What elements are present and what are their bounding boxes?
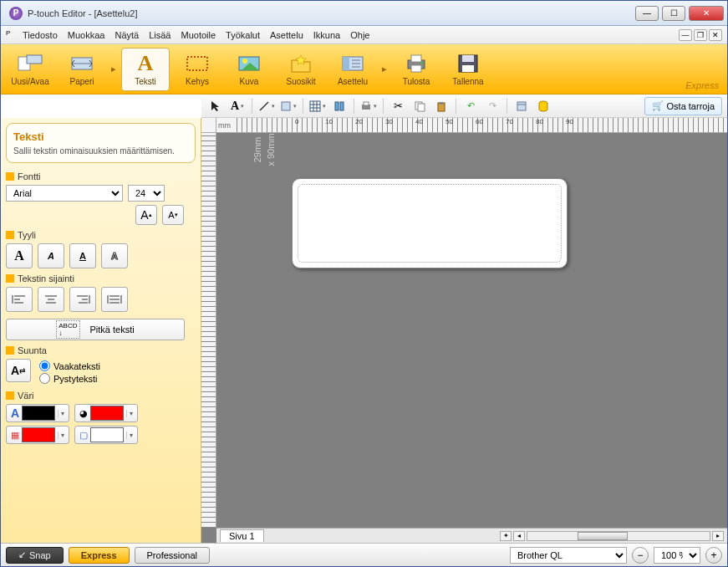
font-section-title: Fontti — [6, 171, 196, 181]
align-center-button[interactable] — [38, 287, 64, 312]
menu-layout[interactable]: Asettelu — [265, 28, 308, 42]
secondary-toolbar: A ✂ ↶ ↷ 🛒 Osta tarroja — [201, 94, 727, 118]
page-tab-1[interactable]: Sivu 1 — [220, 529, 264, 542]
zoom-out-button[interactable]: − — [632, 547, 649, 564]
increase-font-button[interactable]: A▴ — [135, 205, 157, 225]
page-tabs-bar: Sivu 1 ✦ ◂ ▸ — [216, 528, 727, 543]
vertical-radio[interactable] — [39, 373, 50, 384]
line-tool[interactable] — [257, 97, 276, 115]
paper-icon — [69, 52, 95, 75]
menu-help[interactable]: Ohje — [345, 28, 374, 42]
ruler-unit: mm — [218, 121, 231, 130]
minimize-button[interactable]: — — [635, 6, 659, 21]
ribbon-save[interactable]: Tallenna — [444, 48, 492, 91]
frame-icon — [184, 52, 211, 75]
align-justify-button[interactable] — [101, 287, 128, 312]
mdi-close[interactable]: ✕ — [709, 29, 722, 41]
hscroll-track[interactable] — [527, 531, 710, 541]
shape-tool[interactable] — [279, 97, 298, 115]
ribbon-favorites[interactable]: Suosikit — [277, 48, 325, 91]
table-tool[interactable] — [308, 97, 327, 115]
paste-tool[interactable] — [432, 97, 451, 115]
titlebar: P P-touch Editor - [Asettelu2] — ☐ ✕ — [1, 1, 727, 26]
ribbon-save-label: Tallenna — [452, 77, 483, 86]
ribbon-image[interactable]: Kuva — [225, 48, 273, 91]
mode-pro-button[interactable]: Professional — [135, 547, 211, 564]
copy-tool[interactable] — [410, 97, 429, 115]
decrease-font-button[interactable]: A▾ — [162, 205, 184, 225]
bg-color-button[interactable]: ▦▾ — [6, 426, 69, 444]
bold-button[interactable]: A — [6, 243, 33, 268]
text-tool[interactable]: A — [228, 97, 247, 115]
ribbon-image-label: Kuva — [240, 77, 259, 86]
close-button[interactable]: ✕ — [689, 6, 724, 21]
align-right-button[interactable] — [69, 287, 96, 312]
ribbon-print[interactable]: Tulosta — [392, 48, 440, 91]
ribbon-frame[interactable]: Kehys — [173, 48, 221, 91]
align-tool[interactable] — [330, 97, 349, 115]
menu-view[interactable]: Näytä — [109, 28, 144, 42]
app-window: P P-touch Editor - [Asettelu2] — ☐ ✕ P T… — [0, 0, 728, 567]
scroll-right[interactable]: ▸ — [712, 531, 724, 541]
tab-new-icon[interactable]: ✦ — [500, 531, 512, 541]
underline-button[interactable]: A — [69, 243, 96, 268]
vertical-ruler[interactable] — [201, 133, 216, 528]
italic-button[interactable]: A — [38, 243, 64, 268]
horizontal-radio[interactable] — [39, 360, 50, 371]
svg-rect-1 — [27, 55, 42, 64]
buy-label: Osta tarroja — [667, 101, 715, 111]
align-left-button[interactable] — [6, 287, 33, 312]
font-family-select[interactable]: Arial — [6, 185, 123, 202]
label-page[interactable] — [292, 178, 568, 268]
direction-icon: A⇄ — [6, 359, 31, 382]
ribbon-layout[interactable]: Asettelu — [328, 48, 377, 91]
canvas-viewport[interactable]: 29mmx 90mm — [216, 133, 727, 528]
save-icon — [455, 52, 481, 75]
ribbon-new-open[interactable]: Uusi/Avaa — [6, 48, 54, 91]
text-color-button[interactable]: A▾ — [6, 404, 69, 422]
mode-snap-button[interactable]: ↙Snap — [6, 547, 64, 564]
print-tool[interactable] — [359, 97, 378, 115]
menu-window[interactable]: Ikkuna — [308, 28, 345, 42]
fill-color-button[interactable]: ◕▾ — [74, 404, 138, 422]
frame-color-button[interactable]: ▢▾ — [74, 426, 138, 444]
scroll-left[interactable]: ◂ — [513, 531, 525, 541]
image-icon — [236, 52, 262, 75]
cut-tool[interactable]: ✂ — [389, 97, 407, 115]
buy-labels-button[interactable]: 🛒 Osta tarroja — [644, 97, 722, 115]
ribbon-paper[interactable]: Paperi — [58, 48, 106, 91]
ribbon-text-label: Teksti — [135, 77, 156, 86]
menu-insert[interactable]: Lisää — [144, 28, 176, 42]
redo-tool[interactable]: ↷ — [483, 97, 501, 115]
properties-tool[interactable] — [512, 97, 531, 115]
svg-rect-10 — [343, 57, 349, 70]
mdi-restore[interactable]: ❐ — [694, 29, 707, 41]
maximize-button[interactable]: ☐ — [662, 6, 685, 21]
zoom-select[interactable]: 100 % — [654, 547, 700, 564]
menu-format[interactable]: Muotoile — [176, 28, 221, 42]
mdi-minimize[interactable]: — — [679, 29, 692, 41]
svg-rect-4 — [187, 57, 207, 70]
ribbon-text[interactable]: A Teksti — [121, 48, 170, 91]
ribbon-mode-label: Express — [685, 80, 719, 90]
panel-header: Teksti Sallii tekstin ominaisuuksien mää… — [6, 123, 196, 163]
menu-file[interactable]: Tiedosto — [18, 28, 63, 42]
menu-edit[interactable]: Muokkaa — [63, 28, 110, 42]
undo-tool[interactable]: ↶ — [461, 97, 480, 115]
zoom-in-button[interactable]: + — [705, 547, 722, 564]
horizontal-ruler[interactable]: mm 0 10 20 30 40 50 60 70 80 90 — [216, 118, 727, 133]
printer-select[interactable]: Brother QL — [510, 547, 627, 564]
svg-marker-21 — [211, 101, 219, 111]
svg-rect-37 — [517, 102, 526, 110]
database-tool[interactable] — [534, 97, 552, 115]
menu-app-icon[interactable]: P — [6, 29, 18, 41]
menu-tools[interactable]: Työkalut — [221, 28, 265, 42]
hscroll-thumb[interactable] — [578, 532, 628, 540]
outline-button[interactable]: A — [101, 243, 128, 268]
svg-rect-34 — [418, 104, 425, 111]
mode-express-button[interactable]: Express — [69, 547, 130, 564]
font-size-select[interactable]: 24 — [128, 185, 165, 202]
pointer-tool[interactable] — [206, 97, 225, 115]
long-text-button[interactable]: ABCD↓ Pitkä teksti — [6, 319, 185, 340]
svg-line-22 — [260, 102, 268, 110]
